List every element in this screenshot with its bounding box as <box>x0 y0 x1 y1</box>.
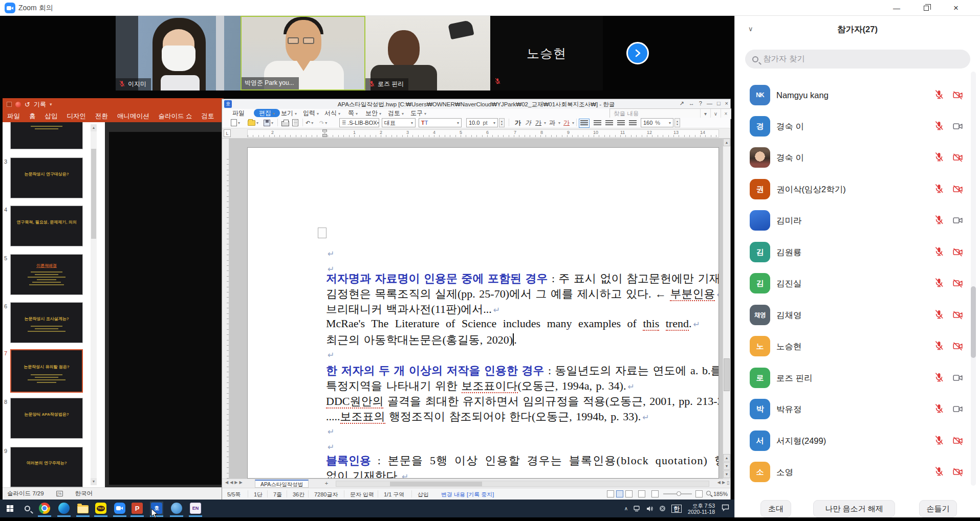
hwp-menu-쪽[interactable]: 쪽▾ <box>348 109 358 117</box>
ppt-menu-검토[interactable]: 검토 <box>197 112 219 121</box>
align-left-button[interactable] <box>594 119 601 127</box>
panel-scrollbar-thumb[interactable] <box>971 286 976 358</box>
taskbar-edge-icon[interactable] <box>57 502 71 515</box>
video-off-icon[interactable] <box>952 278 964 290</box>
video-on-icon[interactable] <box>952 215 964 228</box>
highlight-button[interactable]: 가 <box>563 119 570 127</box>
vertical-scrollbar[interactable]: ▲ ▲ ▼ ▼ <box>723 139 730 479</box>
participant-row[interactable]: 김김원룡 <box>735 239 968 265</box>
video-on-icon[interactable] <box>952 373 964 385</box>
undo-button[interactable]: ↶▾ <box>306 119 313 127</box>
hwp-menu-검토[interactable]: 검토▾ <box>388 109 404 117</box>
participant-row[interactable]: 채영김채영 <box>735 302 968 328</box>
video-tile-2-active-speaker[interactable]: 박영준 Park you... <box>241 16 365 90</box>
taskbar-kakaotalk-icon[interactable]: TALK <box>94 502 107 515</box>
video-off-icon[interactable] <box>952 184 964 196</box>
participant-search[interactable]: 참가자 찾기 <box>745 50 970 69</box>
mic-muted-icon[interactable] <box>934 215 944 227</box>
paragraph-style-combo[interactable]: 대표▾ <box>382 118 416 127</box>
zoom-out-button[interactable] <box>651 490 659 497</box>
invite-button[interactable]: 초대 <box>760 500 791 517</box>
hwp-maximize-button[interactable]: □ <box>717 100 721 107</box>
ppt-menu-파일[interactable]: 파일 <box>3 112 25 121</box>
style-preset-combo[interactable]: ☰.S-LIB-BOX▾ <box>339 118 379 127</box>
scroll-right-buttons[interactable]: ◀▶▯ <box>717 480 729 485</box>
taskbar-powerpoint-icon[interactable]: P <box>130 502 144 515</box>
slide-thumbnail-8[interactable]: 논문양식 APA작성법은? <box>10 398 83 439</box>
video-off-icon[interactable] <box>952 310 964 322</box>
taskbar-chrome-icon[interactable] <box>38 502 51 515</box>
mic-muted-icon[interactable] <box>934 372 944 384</box>
italic-button[interactable]: 가 <box>525 119 531 127</box>
line-spacing-spinner[interactable]: ▲▼ <box>674 118 680 127</box>
doc-line[interactable]: McRae's The Literature of Science includ… <box>326 317 700 330</box>
page-up-icon[interactable]: ▲ <box>723 454 730 462</box>
document-page[interactable]: ↵↵저자명과 자료명이 인용문 중에 포함된 경우 : 주 표시 없이 참고문헌… <box>247 147 719 479</box>
undo-icon[interactable]: ↺ <box>25 101 30 108</box>
clock[interactable]: 오후 7:53 2020-11-18 <box>688 503 715 515</box>
scrollbar-thumb[interactable] <box>91 149 96 239</box>
video-off-icon[interactable] <box>952 341 964 353</box>
underline-button[interactable]: 가 <box>535 119 541 127</box>
doc-line[interactable]: DDC원안의 골격을 최대한 유지하면서 임의규정을 적용(오동근, 2001,… <box>326 394 719 409</box>
action-center-icon[interactable] <box>722 504 729 513</box>
view-mode-icon[interactable] <box>638 490 645 497</box>
add-tab-button[interactable]: + <box>322 480 331 488</box>
help-icon[interactable]: ? <box>699 100 702 107</box>
mic-muted-icon[interactable] <box>934 435 944 447</box>
tab-nav-buttons[interactable]: ◀◀▶▶ <box>225 480 243 485</box>
ppt-menu-슬라이드 쇼[interactable]: 슬라이드 쇼 <box>154 112 197 121</box>
doc-line[interactable]: 김정현은 목록조직의 실제(pp. 25-70)에서 그 예를 제시하고 있다.… <box>326 286 719 302</box>
video-off-icon[interactable] <box>952 90 964 102</box>
mic-muted-icon[interactable] <box>934 89 944 102</box>
minimize-button[interactable]: — <box>882 0 911 16</box>
participant-row[interactable]: 김김진실 <box>735 270 968 297</box>
vertical-ruler[interactable] <box>222 139 229 479</box>
doc-line[interactable]: ↵ <box>326 440 334 453</box>
document-tab[interactable]: APA스타일작성법 <box>255 480 309 488</box>
taskbar-search-icon[interactable] <box>20 502 34 515</box>
view-mode-icon[interactable] <box>625 490 633 497</box>
mic-muted-icon[interactable] <box>934 184 944 196</box>
fullscreen-icon[interactable]: ↗ <box>680 100 684 107</box>
video-tile-3[interactable]: 로즈 핀리 <box>365 16 490 90</box>
network-icon[interactable] <box>634 506 641 512</box>
participant-row[interactable]: NKNamgyu kang <box>735 82 968 108</box>
slide-thumbnail-3[interactable]: 논문작성시 연구대상은? <box>10 157 83 198</box>
close-button[interactable]: × <box>941 0 971 16</box>
doc-line[interactable]: 특정지역을 나타내기 위한 보조표이다(오동근, 1994a, p. 34).↵ <box>326 378 635 394</box>
record-dot-icon[interactable] <box>15 102 21 107</box>
zoom-in-button[interactable] <box>695 490 703 497</box>
hwp-menu-입력[interactable]: 입력▾ <box>303 109 319 117</box>
doc-line[interactable]: 없이 기재한다.↵ <box>326 468 408 479</box>
horizontal-scrollbar[interactable] <box>336 481 709 487</box>
line-spacing-combo[interactable]: 160%▾ <box>641 118 673 127</box>
taskbar-endnote-icon[interactable]: EN <box>189 502 202 515</box>
preview-button[interactable] <box>292 119 298 127</box>
slide-thumbnail-6[interactable]: 논문작성시 조사설계는? <box>10 302 83 343</box>
participant-row[interactable]: 노노승현 <box>735 333 968 359</box>
language-status[interactable]: 한국어 <box>75 490 93 497</box>
unmute-self-button[interactable]: 나만 음소거 해제 <box>813 500 895 517</box>
horizontal-ruler[interactable]: 21234567891011121314 <box>222 128 730 139</box>
mic-muted-icon[interactable] <box>934 309 944 322</box>
ppt-menu-디자인[interactable]: 디자인 <box>62 112 91 121</box>
bold-button[interactable]: 가 <box>515 119 521 127</box>
participant-row[interactable]: 박박유정 <box>735 396 968 422</box>
taskbar-zoom-icon[interactable] <box>113 502 126 515</box>
save-button[interactable]: ▾ <box>264 119 273 127</box>
video-off-icon[interactable] <box>952 247 964 259</box>
scrollbar-thumb[interactable] <box>390 482 482 486</box>
ppt-menu-삽입[interactable]: 삽입 <box>40 112 62 121</box>
hwp-menu-서식[interactable]: 서식▾ <box>324 109 340 117</box>
mic-muted-icon[interactable] <box>934 246 944 259</box>
video-tile-4-no-video[interactable]: 노승현 <box>490 16 603 90</box>
slide-thumbnail-2[interactable]: 논문작성시 주제선정에 어려운점은? <box>10 122 83 149</box>
participant-row[interactable]: 서서지형(2499) <box>735 427 968 454</box>
restore-button[interactable] <box>911 0 941 16</box>
taskbar-band-icon[interactable] <box>170 502 183 515</box>
scrollbar-thumb[interactable] <box>724 358 730 391</box>
ppt-menu-홈[interactable]: 홈 <box>25 112 40 121</box>
hwp-menu-편집[interactable]: 편집▾ <box>254 109 280 117</box>
mic-muted-icon[interactable] <box>934 466 944 479</box>
